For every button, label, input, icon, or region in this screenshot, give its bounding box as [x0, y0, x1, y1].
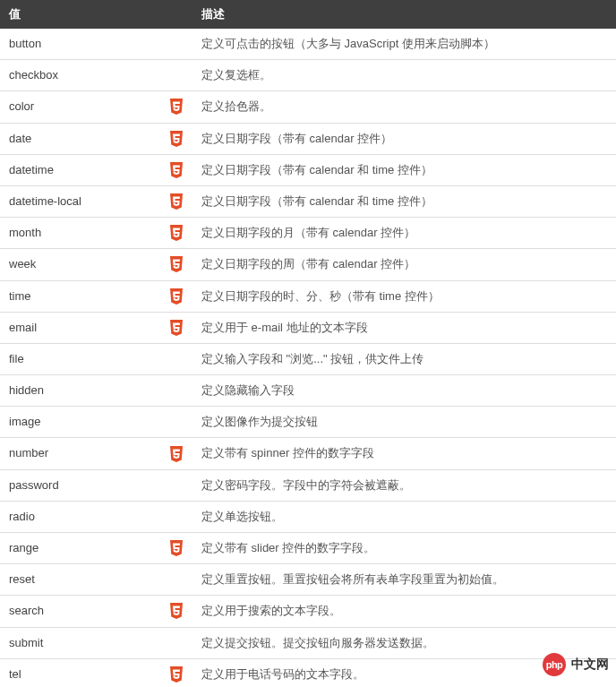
value-text: search — [9, 604, 44, 617]
value-cell: reset — [0, 564, 192, 596]
desc-cell: 定义用于 e-mail 地址的文本字段 — [192, 312, 616, 343]
table-row: submit定义提交按钮。提交按钮向服务器发送数据。 — [0, 627, 616, 658]
table-row: password定义密码字段。字段中的字符会被遮蔽。 — [0, 469, 616, 501]
value-text: image — [9, 415, 40, 428]
table-row: datetime-local定义日期字段（带有 calendar 和 time … — [0, 185, 616, 217]
desc-cell: 定义日期字段的周（带有 calendar 控件） — [192, 249, 616, 280]
value-cell: color — [0, 91, 192, 123]
table-row: color定义拾色器。 — [0, 91, 616, 123]
value-cell: hidden — [0, 375, 192, 407]
desc-cell: 定义单选按钮。 — [192, 501, 616, 532]
watermark-badge: php — [543, 653, 566, 676]
table-row: week定义日期字段的周（带有 calendar 控件） — [0, 249, 616, 280]
watermark-text: 中文网 — [571, 657, 609, 673]
desc-cell: 定义日期字段的时、分、秒（带有 time 控件） — [192, 280, 616, 312]
value-text: button — [9, 37, 41, 50]
table-row: button定义可点击的按钮（大多与 JavaScript 使用来启动脚本） — [0, 29, 616, 60]
html5-icon — [169, 225, 184, 241]
value-text: color — [9, 99, 34, 113]
value-text: number — [9, 446, 48, 459]
table-row: range定义带有 slider 控件的数字字段。 — [0, 533, 616, 564]
value-cell: date — [0, 123, 192, 154]
desc-cell: 定义日期字段（带有 calendar 控件） — [192, 123, 616, 154]
desc-cell: 定义带有 spinner 控件的数字字段 — [192, 438, 616, 469]
value-text: tel — [9, 667, 21, 681]
value-text: datetime-local — [9, 194, 81, 208]
desc-cell: 定义日期字段（带有 calendar 和 time 控件） — [192, 154, 616, 185]
desc-cell: 定义输入字段和 "浏览..." 按钮，供文件上传 — [192, 343, 616, 374]
value-text: radio — [9, 510, 35, 523]
table-row: tel定义用于电话号码的文本字段。 — [0, 658, 616, 687]
html5-icon — [169, 288, 184, 305]
desc-cell: 定义图像作为提交按钮 — [192, 407, 616, 438]
value-text: week — [9, 257, 36, 271]
header-value: 值 — [0, 0, 192, 29]
desc-cell: 定义复选框。 — [192, 60, 616, 91]
html5-icon — [169, 540, 184, 556]
html5-icon — [169, 99, 184, 115]
desc-cell: 定义密码字段。字段中的字符会被遮蔽。 — [192, 469, 616, 501]
desc-cell: 定义拾色器。 — [192, 91, 616, 123]
value-text: date — [9, 132, 31, 145]
table-row: date定义日期字段（带有 calendar 控件） — [0, 123, 616, 154]
value-cell: email — [0, 312, 192, 343]
value-text: password — [9, 478, 59, 492]
site-watermark: php 中文网 — [543, 653, 609, 676]
value-cell: button — [0, 29, 192, 60]
value-text: range — [9, 541, 38, 554]
desc-cell: 定义用于搜索的文本字段。 — [192, 596, 616, 627]
value-cell: search — [0, 596, 192, 627]
value-cell: month — [0, 218, 192, 249]
table-row: image定义图像作为提交按钮 — [0, 407, 616, 438]
value-cell: range — [0, 533, 192, 564]
value-text: checkbox — [9, 68, 58, 82]
table-row: email定义用于 e-mail 地址的文本字段 — [0, 312, 616, 343]
table-row: checkbox定义复选框。 — [0, 60, 616, 91]
value-cell: radio — [0, 501, 192, 532]
table-header-row: 值 描述 — [0, 0, 616, 29]
value-text: email — [9, 321, 37, 334]
html5-icon — [169, 666, 184, 683]
value-text: datetime — [9, 163, 54, 176]
value-cell: submit — [0, 627, 192, 658]
value-cell: datetime — [0, 154, 192, 185]
value-text: reset — [9, 572, 35, 586]
value-cell: checkbox — [0, 60, 192, 91]
table-row: time定义日期字段的时、分、秒（带有 time 控件） — [0, 280, 616, 312]
desc-cell: 定义隐藏输入字段 — [192, 375, 616, 407]
value-text: file — [9, 352, 24, 365]
table-row: file定义输入字段和 "浏览..." 按钮，供文件上传 — [0, 343, 616, 374]
value-cell: time — [0, 280, 192, 312]
value-cell: tel — [0, 658, 192, 687]
attribute-values-table: 值 描述 button定义可点击的按钮（大多与 JavaScript 使用来启动… — [0, 0, 616, 687]
html5-icon — [169, 193, 184, 210]
header-desc: 描述 — [192, 0, 616, 29]
value-cell: image — [0, 407, 192, 438]
table-row: search定义用于搜索的文本字段。 — [0, 596, 616, 627]
table-row: radio定义单选按钮。 — [0, 501, 616, 532]
table-row: number定义带有 spinner 控件的数字字段 — [0, 438, 616, 469]
table-row: datetime定义日期字段（带有 calendar 和 time 控件） — [0, 154, 616, 185]
value-cell: number — [0, 438, 192, 469]
table-row: reset定义重置按钮。重置按钮会将所有表单字段重置为初始值。 — [0, 564, 616, 596]
html5-icon — [169, 256, 184, 272]
desc-cell: 定义可点击的按钮（大多与 JavaScript 使用来启动脚本） — [192, 29, 616, 60]
value-cell: week — [0, 249, 192, 280]
html5-icon — [169, 162, 184, 178]
value-text: hidden — [9, 383, 44, 397]
html5-icon — [169, 131, 184, 147]
table-row: hidden定义隐藏输入字段 — [0, 375, 616, 407]
html5-icon — [169, 320, 184, 336]
value-text: time — [9, 289, 31, 303]
desc-cell: 定义日期字段（带有 calendar 和 time 控件） — [192, 185, 616, 217]
value-cell: password — [0, 469, 192, 501]
value-text: submit — [9, 636, 43, 649]
desc-cell: 定义重置按钮。重置按钮会将所有表单字段重置为初始值。 — [192, 564, 616, 596]
table-row: month定义日期字段的月（带有 calendar 控件） — [0, 218, 616, 249]
value-cell: datetime-local — [0, 185, 192, 217]
value-text: month — [9, 226, 41, 239]
html5-icon — [169, 603, 184, 619]
desc-cell: 定义带有 slider 控件的数字字段。 — [192, 533, 616, 564]
value-cell: file — [0, 343, 192, 374]
desc-cell: 定义日期字段的月（带有 calendar 控件） — [192, 218, 616, 249]
